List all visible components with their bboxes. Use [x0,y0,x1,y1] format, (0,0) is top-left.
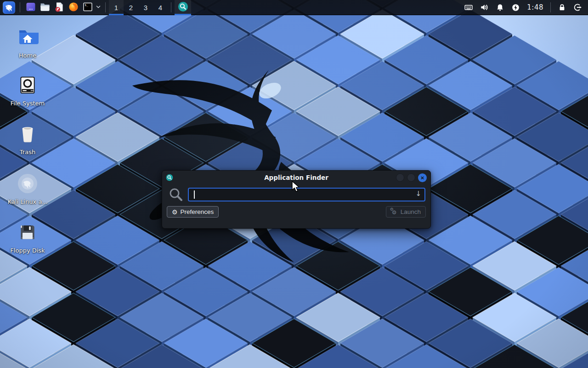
desktop-icon-label: Home [4,52,51,59]
window-title: Application Finder [162,174,430,181]
desktop-screen: Home File System Trash [0,0,588,368]
taskbar-window-app-finder[interactable] [175,0,191,15]
applications-menu-button[interactable] [1,0,17,15]
desktop-icon-file-system[interactable]: File System [4,74,51,107]
panel-separator [105,2,106,12]
floppy-disk-icon [4,221,51,244]
launcher-firefox[interactable] [66,0,80,15]
desktop-icon-trash[interactable]: Trash [4,122,51,156]
kali-docs-icon [4,172,51,195]
window-app-icon [25,1,36,14]
workspace-button-1[interactable]: 1 [109,0,124,15]
clock[interactable]: 1:48 [523,3,547,12]
workspace-button-4[interactable]: 4 [153,0,168,15]
minimize-button[interactable] [396,173,404,182]
desktop-icon-label: Floppy Disk [4,247,51,254]
top-panel: $_ 1 2 3 4 [0,0,588,15]
launcher-file-manager[interactable] [38,0,52,15]
launcher-terminal[interactable]: $_ [80,0,95,15]
workspace-button-2[interactable]: 2 [124,0,138,15]
terminal-icon: $_ [82,1,93,14]
panel-separator [20,2,20,12]
workspace-button-3[interactable]: 3 [138,0,153,15]
kali-dragon-icon [3,1,15,14]
launch-button[interactable]: ⚙⚙ Launch [386,206,426,218]
file-system-drive-icon [4,74,51,97]
app-finder-icon [166,174,173,181]
down-arrow-icon[interactable]: ↓ [415,190,421,198]
window-titlebar[interactable]: Application Finder × [162,171,430,184]
firefox-icon [68,1,79,14]
file-manager-icon [40,1,51,14]
keyboard-layout-icon[interactable] [461,0,476,15]
app-finder-icon [178,1,188,13]
desktop-icon-label: File System [4,100,51,107]
launch-gears-icon: ⚙⚙ [391,208,398,215]
close-button[interactable]: × [418,173,427,182]
power-manager-icon[interactable] [508,0,523,15]
home-folder-icon [4,26,51,49]
search-icon [168,187,184,202]
trash-icon [4,122,51,145]
lock-screen-icon[interactable] [554,0,570,15]
preferences-button[interactable]: ⚙ Preferences [167,206,219,218]
launcher-window-app[interactable] [23,0,38,15]
panel-separator [171,2,171,12]
notifications-icon[interactable] [492,0,508,15]
text-editor-icon [54,1,65,14]
application-finder-window: Application Finder × ↓ [162,170,431,229]
gear-icon: ⚙ [172,209,178,215]
text-caret [194,190,195,199]
desktop-icon-label: Kali Linux a... [4,199,51,206]
maximize-button[interactable] [407,173,415,182]
search-input[interactable] [188,188,425,201]
desktop-icon-home[interactable]: Home [4,26,51,59]
svg-text:$_: $_ [85,3,88,7]
system-tray: 1:48 [461,0,585,15]
log-out-icon[interactable] [570,0,585,15]
desktop-icon-floppy-disk[interactable]: Floppy Disk [4,221,51,254]
terminal-dropdown-button[interactable] [95,0,102,15]
volume-icon[interactable] [476,0,492,15]
desktop-icon-kali-docs[interactable]: Kali Linux a... [4,172,51,206]
chevron-down-icon [95,4,102,12]
panel-separator [550,2,551,12]
launcher-text-editor[interactable] [52,0,66,15]
close-icon: × [421,173,424,182]
desktop-icon-label: Trash [4,149,51,156]
